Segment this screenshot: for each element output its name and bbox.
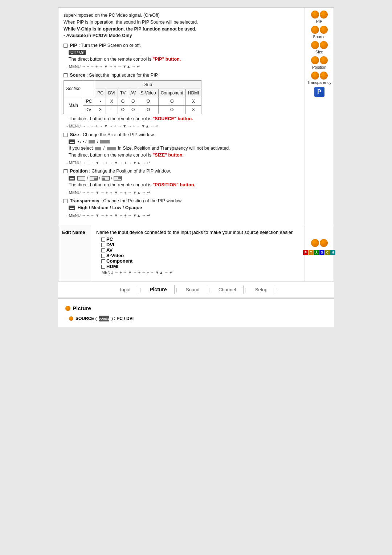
source-btn-right[interactable] [320, 26, 328, 34]
sidebar-position-label: Position [312, 65, 326, 69]
en-hdmi: HDMI [106, 264, 118, 269]
trans-btn-right[interactable] [320, 72, 328, 80]
main-cell: Main [64, 97, 83, 114]
lower-section: Picture SOURCE ( SOURCE ) : PC / DVI [58, 299, 334, 327]
sidebar-transparency-label: Transparency [307, 80, 331, 85]
source-label: Source [70, 73, 85, 78]
size-box2 [100, 140, 110, 143]
sidebar-source: Source [311, 26, 328, 39]
source-menu-nav: - MENU → + → + → ▼ → + → ▼ → + → ▼▲ → ↵ [64, 123, 299, 129]
en-pc-icon [101, 238, 105, 242]
pip-btn-pair [311, 11, 328, 19]
pip-btn-left[interactable] [311, 11, 319, 19]
pip-block: PIP : Turn the PIP Screen on or off. Off… [64, 42, 299, 70]
source-direct-key: "SOURCE" button. [152, 116, 193, 121]
en-component: Component [106, 258, 132, 264]
pip-direct-key: "PIP" button. [152, 57, 181, 62]
source-row: SOURCE ( SOURCE ) : PC / DVI [69, 316, 327, 321]
en-dvi-icon [101, 243, 105, 247]
right-sidebar-pip: PIP Source Size [305, 8, 334, 225]
source-table: Section Sub PC DVI TV AV S-Video Compone… [64, 80, 201, 114]
edit-name-content: Name the input device connected to the i… [91, 225, 305, 281]
edit-btn-left[interactable] [311, 239, 319, 247]
sidebar-position: Position [311, 56, 328, 69]
ptasch-h: H [330, 250, 335, 255]
en-hdmi-icon [101, 265, 105, 269]
sidebar-pip: PIP [311, 11, 328, 24]
ptasch-badge: P T A S C H [303, 250, 335, 255]
trans-btn-pair [311, 72, 328, 80]
source-block: Source : Select the input source for the… [64, 72, 299, 129]
table-sub-label [83, 80, 95, 97]
edit-name-header: Edit Name [58, 225, 91, 281]
main-card: super-imposed on the PC Video signal. (O… [58, 7, 334, 282]
size-desc: : Change the Size of the PIP window. [80, 132, 155, 137]
trans-options: High / Medium / Low / Opaque [77, 205, 142, 210]
edit-name-section: Edit Name Name the input device connecte… [58, 225, 334, 281]
ptasch-t: T [309, 250, 314, 255]
size-menu-nav: - MENU → + → ▼ → + → ▼ → + → ▼▲ → ↵ [64, 160, 299, 166]
source-small-dot [69, 316, 73, 321]
position-label: Position [70, 169, 87, 174]
pos-direct-text: The direct button on the remote control … [69, 182, 152, 187]
en-av: AV [106, 247, 113, 253]
table-section-cell: Section [64, 80, 83, 97]
size-ref1 [95, 147, 101, 150]
en-svideo: S-Video [106, 253, 124, 258]
size-direct-key: "SIZE" button. [152, 153, 183, 158]
pip-checkbox-icon [64, 44, 68, 48]
trans-menu-nav: - MENU → + → ▼ → + → ▼ → + → ▼▲ → ↵ [64, 212, 299, 219]
pos-btn-right[interactable] [320, 56, 328, 64]
ptasch-p: P [303, 250, 308, 255]
page-wrapper: super-imposed on the PC Video signal. (O… [0, 0, 392, 555]
pip-direct-text: The direct button on the remote control … [69, 57, 152, 62]
divider [58, 298, 334, 299]
table-row: DVI X - O O O O X [64, 105, 201, 114]
nav-item-input[interactable]: Input [113, 285, 138, 294]
edit-name-desc: Name the input device connected to the i… [96, 230, 299, 235]
edit-name-btn-pair [311, 239, 328, 247]
pip-btn-right[interactable] [320, 11, 328, 19]
nav-item-channel[interactable]: Channel [211, 285, 244, 294]
pip-desc: : Turn the PIP Screen on or off. [78, 43, 141, 48]
transparency-label: Transparency [70, 198, 99, 203]
picture-orange-dot [65, 306, 70, 311]
size-btn-left[interactable] [311, 41, 319, 49]
p-button[interactable]: P [314, 87, 324, 97]
transparency-block: Transparency : Change the Position of th… [64, 198, 299, 218]
picture-heading: Picture [65, 305, 327, 311]
trans-btn-left[interactable] [311, 72, 319, 80]
edit-btn-right[interactable] [320, 239, 328, 247]
source-text-label: SOURCE ( [75, 316, 97, 321]
sidebar-pip-label: PIP [316, 19, 323, 24]
size-icon-badge: ▬ [69, 139, 75, 144]
sidebar-transparency: Transparency [307, 72, 331, 85]
size-btn-right[interactable] [320, 41, 328, 49]
source-icon-badge: SOURCE [99, 316, 109, 321]
picture-heading-text: Picture [73, 305, 91, 311]
nav-item-setup[interactable]: Setup [248, 285, 275, 294]
ptasch-a: A [314, 250, 319, 255]
source-suffix: ) : PC / DVI [111, 316, 134, 321]
bottom-nav: Input | Picture | Sound | Channel | Setu… [58, 282, 334, 297]
size-direct-text: The direct button on the remote control … [69, 153, 152, 158]
position-desc: : Change the Position of the PIP window. [89, 169, 171, 174]
en-svideo-icon [101, 254, 105, 258]
source-btn-left[interactable] [311, 26, 319, 34]
edit-name-menu-nav: - MENU → + → ▼ → + → + → ▼▲ → ↵ [96, 270, 299, 275]
pos-btn-pair [311, 56, 328, 64]
source-direct-text: The direct button on the remote control … [69, 116, 152, 121]
pos-direct-key: "POSITION" button. [152, 182, 195, 187]
pip-content-section: super-imposed on the PC Video signal. (O… [58, 8, 334, 225]
source-table-container: Section Sub PC DVI TV AV S-Video Compone… [64, 80, 299, 114]
trans-badge: ▬ [69, 206, 75, 210]
nav-item-sound[interactable]: Sound [179, 285, 207, 294]
sidebar-size: Size [311, 41, 328, 54]
trans-desc: : Change the Position of the PIP window. [101, 198, 183, 203]
size-label: Size [70, 132, 79, 137]
pos-btn-left[interactable] [311, 56, 319, 64]
source-desc: : Select the input source for the PIP. [86, 73, 159, 78]
pip-menu-nav: - MENU → + → + → ▼ → + → ▼▲ → ↵ [64, 64, 299, 70]
nav-item-picture[interactable]: Picture [142, 285, 174, 294]
sidebar-p-btn: P [314, 87, 324, 97]
